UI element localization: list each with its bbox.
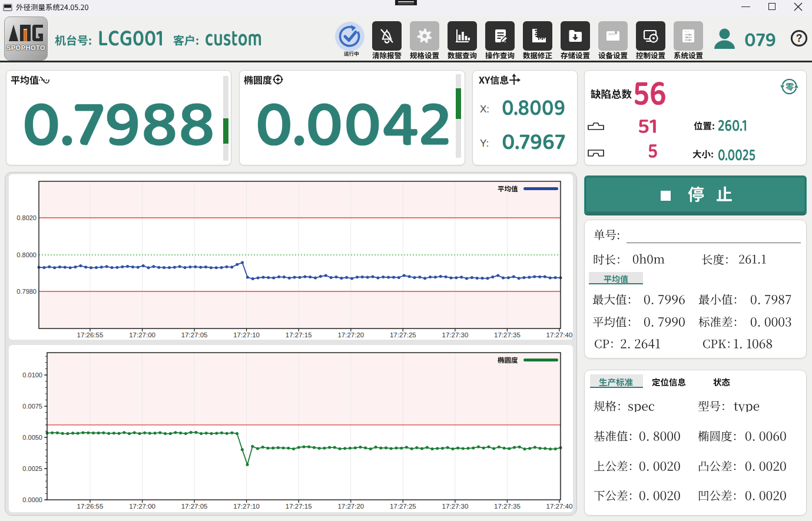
svg-text:17:27:15: 17:27:15 [286,331,312,339]
svg-text:0.0100: 0.0100 [22,371,42,379]
svg-text:17:27:20: 17:27:20 [337,331,364,339]
svg-text:17:27:00: 17:27:00 [129,331,155,339]
svg-text:17:27:20: 17:27:20 [337,503,364,510]
svg-text:17:26:55: 17:26:55 [77,503,104,510]
svg-text:0.0025: 0.0025 [22,465,42,472]
svg-text:0.0050: 0.0050 [22,434,42,441]
svg-text:0.0075: 0.0075 [22,403,42,410]
svg-text:17:27:35: 17:27:35 [494,331,521,339]
svg-text:?: ? [796,32,803,44]
svg-text:17:27:40: 17:27:40 [546,331,573,339]
svg-text:17:27:15: 17:27:15 [286,503,312,510]
svg-text:17:27:25: 17:27:25 [390,331,416,339]
svg-text:17:27:35: 17:27:35 [494,503,521,510]
svg-text:0.8000: 0.8000 [16,251,37,258]
svg-text:17:27:05: 17:27:05 [181,331,208,339]
svg-text:0.8020: 0.8020 [16,214,37,221]
svg-text:17:26:55: 17:26:55 [77,331,104,339]
svg-text:AMG: AMG [608,32,615,36]
svg-text:17:27:30: 17:27:30 [442,503,469,510]
svg-text:17:27:25: 17:27:25 [390,503,416,510]
svg-text:17:27:05: 17:27:05 [181,503,208,510]
svg-text:0.7980: 0.7980 [16,288,37,295]
svg-text:17:27:10: 17:27:10 [233,503,260,510]
svg-text:17:27:00: 17:27:00 [129,503,155,510]
svg-text:17:27:40: 17:27:40 [546,503,573,510]
svg-text:17:27:30: 17:27:30 [442,331,469,339]
svg-text:0.0000: 0.0000 [22,496,42,503]
svg-text:17:27:10: 17:27:10 [233,331,260,339]
